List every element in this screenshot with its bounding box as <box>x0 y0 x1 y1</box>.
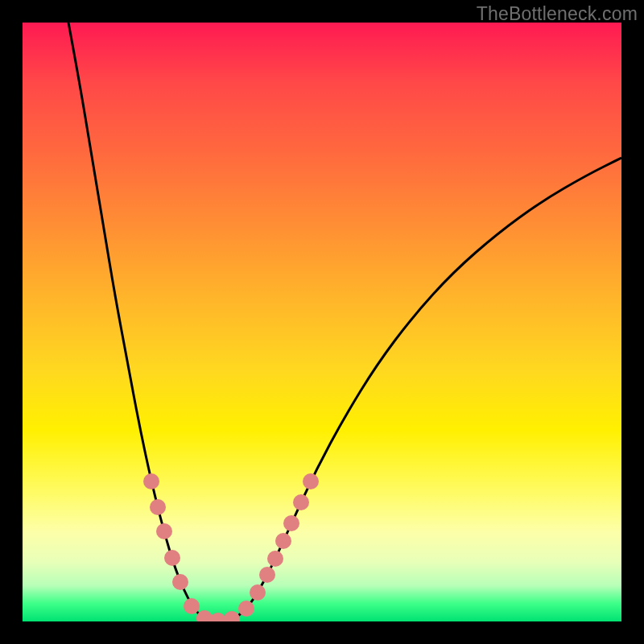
curve-marker <box>156 523 172 539</box>
curve-marker <box>164 550 180 566</box>
chart-frame: TheBottleneck.com <box>0 0 644 644</box>
chart-svg <box>23 23 621 621</box>
bottleneck-curve <box>68 23 621 621</box>
curve-marker <box>259 567 275 583</box>
curve-marker <box>196 610 213 621</box>
curve-marker <box>224 611 240 621</box>
curve-marker <box>250 584 266 601</box>
curve-marker <box>267 551 283 567</box>
curve-marker <box>275 533 291 549</box>
chart-plot-area <box>23 23 621 621</box>
curve-marker <box>210 613 226 621</box>
curve-marker <box>283 515 299 531</box>
curve-marker <box>143 473 159 489</box>
curve-marker <box>303 473 319 489</box>
curve-marker <box>293 494 309 510</box>
curve-marker <box>238 601 254 617</box>
curve-marker <box>172 574 188 590</box>
watermark-text: TheBottleneck.com <box>477 3 638 25</box>
curve-marker <box>150 499 166 515</box>
curve-marker <box>184 598 200 614</box>
